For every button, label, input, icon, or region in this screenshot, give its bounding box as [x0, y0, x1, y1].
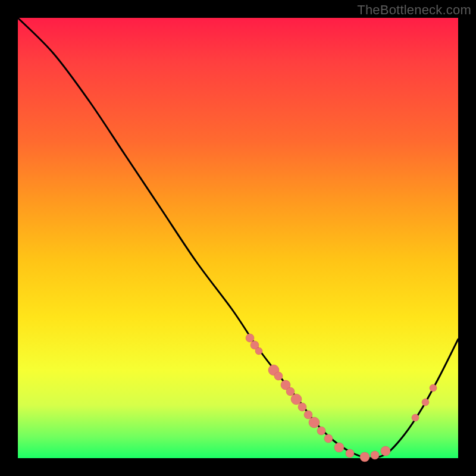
curve-marker — [360, 452, 369, 462]
curve-marker — [381, 446, 390, 456]
curve-marker — [298, 403, 306, 411]
curve-marker — [324, 434, 333, 443]
watermark-text: TheBottleneck.com — [357, 2, 471, 18]
curve-marker — [346, 449, 354, 458]
curve-marker — [291, 394, 302, 405]
curve-marker — [286, 387, 295, 396]
curve-marker — [371, 451, 379, 459]
chart-frame: TheBottleneck.com — [0, 0, 476, 476]
marker-group — [246, 334, 437, 462]
curve-layer — [18, 18, 458, 458]
curve-marker — [430, 384, 437, 392]
curve-marker — [274, 372, 283, 380]
bottleneck-curve — [18, 18, 458, 458]
curve-marker — [304, 411, 312, 419]
curve-marker — [422, 399, 429, 406]
curve-marker — [309, 417, 320, 428]
curve-marker — [255, 347, 262, 355]
curve-marker — [412, 414, 419, 421]
curve-marker — [246, 334, 254, 342]
plot-area — [18, 18, 458, 458]
curve-marker — [334, 443, 344, 452]
curve-marker — [317, 427, 325, 435]
